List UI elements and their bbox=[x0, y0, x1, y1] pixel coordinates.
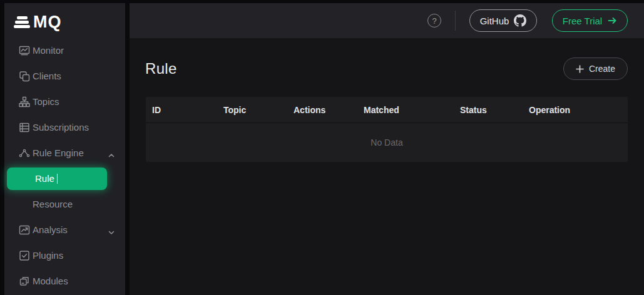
analysis-icon bbox=[19, 224, 30, 236]
sidebar-item-label: Clients bbox=[33, 71, 61, 81]
sidebar-item-topics[interactable]: Topics bbox=[4, 89, 125, 114]
sidebar-item-monitor[interactable]: Monitor bbox=[4, 38, 125, 63]
arrow-right-icon bbox=[608, 17, 617, 24]
table-empty-state: No Data bbox=[146, 123, 628, 162]
free-trial-button[interactable]: Free Trial bbox=[552, 9, 628, 32]
topbar-divider bbox=[455, 11, 456, 31]
rule-table: ID Topic Actions Matched Status Operatio… bbox=[146, 97, 628, 162]
title-row: Rule Create bbox=[130, 38, 644, 80]
plus-icon bbox=[576, 65, 584, 73]
table-header-row: ID Topic Actions Matched Status Operatio… bbox=[146, 97, 628, 123]
sidebar-item-analysis[interactable]: Analysis bbox=[4, 217, 125, 242]
sidebar-item-label: Plugins bbox=[33, 250, 63, 261]
content-panel: Rule Create ID Topic Actions Matched Sta… bbox=[130, 38, 644, 295]
sidebar-item-label: Topics bbox=[33, 96, 59, 107]
clients-icon bbox=[19, 71, 30, 82]
sidebar-menu: Monitor Clients bbox=[4, 38, 125, 294]
free-trial-label: Free Trial bbox=[563, 16, 602, 26]
column-header-operation: Operation bbox=[529, 105, 628, 115]
sidebar-item-label: Rule Engine bbox=[33, 148, 84, 158]
sidebar-item-resource[interactable]: Resource bbox=[4, 191, 125, 217]
sidebar-item-rule[interactable]: Rule bbox=[7, 168, 107, 190]
column-header-matched: Matched bbox=[364, 105, 460, 115]
sidebar-item-label: Analysis bbox=[33, 224, 68, 235]
page-title: Rule bbox=[145, 60, 177, 78]
topics-icon bbox=[19, 96, 30, 108]
modules-icon bbox=[19, 276, 30, 287]
sidebar: MQ Monitor Clients bbox=[4, 3, 125, 295]
rule-engine-icon bbox=[19, 148, 30, 159]
create-button[interactable]: Create bbox=[563, 58, 628, 80]
chevron-down-icon bbox=[108, 227, 115, 233]
text-caret bbox=[57, 174, 58, 184]
sidebar-item-label: Modules bbox=[33, 276, 68, 286]
column-header-topic: Topic bbox=[223, 105, 294, 115]
column-header-status: Status bbox=[460, 105, 529, 115]
create-button-label: Create bbox=[589, 64, 615, 74]
sidebar-item-modules[interactable]: Modules bbox=[4, 268, 125, 294]
column-header-actions: Actions bbox=[294, 105, 364, 115]
sidebar-item-label: Resource bbox=[33, 199, 73, 209]
sidebar-item-label: Monitor bbox=[33, 45, 64, 56]
emq-logo: MQ bbox=[4, 3, 125, 32]
sidebar-item-rule-engine[interactable]: Rule Engine bbox=[4, 140, 125, 166]
topbar: ? GitHub Free Trial bbox=[130, 3, 644, 38]
github-icon bbox=[514, 14, 526, 27]
column-header-id: ID bbox=[152, 105, 223, 115]
sidebar-item-label: Subscriptions bbox=[33, 122, 89, 132]
plugins-icon bbox=[19, 250, 30, 261]
sidebar-item-label: Rule bbox=[35, 173, 54, 184]
chevron-up-icon bbox=[108, 150, 115, 156]
emq-logo-text: MQ bbox=[33, 14, 62, 31]
sidebar-item-subscriptions[interactable]: Subscriptions bbox=[4, 114, 125, 140]
sidebar-item-plugins[interactable]: Plugins bbox=[4, 242, 125, 268]
monitor-icon bbox=[19, 45, 30, 56]
emq-logo-bars-icon bbox=[14, 16, 30, 28]
subscriptions-icon bbox=[19, 122, 30, 133]
github-button[interactable]: GitHub bbox=[469, 9, 537, 32]
sidebar-item-clients[interactable]: Clients bbox=[4, 63, 125, 89]
github-button-label: GitHub bbox=[480, 16, 509, 26]
main-area: ? GitHub Free Trial Rule Create bbox=[130, 3, 644, 295]
help-icon[interactable]: ? bbox=[427, 14, 441, 28]
